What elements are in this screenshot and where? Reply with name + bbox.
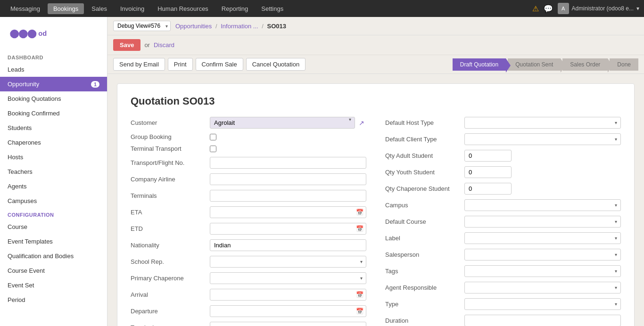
qty-chaperone-student-label: Qty Chaperone Student	[385, 185, 461, 192]
duration-label: Duration	[385, 317, 461, 324]
default-host-type-row: Default Host Type ▾	[385, 117, 621, 129]
sidebar-item-event-set[interactable]: Event Set	[0, 278, 107, 293]
sidebar-item-leads[interactable]: Leads	[0, 62, 107, 77]
agent-responsible-label: Agent Responsible	[385, 284, 461, 291]
transport-flight-input[interactable]	[210, 157, 366, 169]
eta-calendar-icon[interactable]: 📅	[356, 209, 363, 216]
cancel-quotation-button[interactable]: Cancel Quotation	[246, 58, 305, 71]
customer-row: Customer Agrolait ▾ ↗	[131, 117, 366, 129]
terminals2-input[interactable]	[210, 322, 366, 326]
etd-date-wrapper: 📅	[210, 223, 366, 235]
username: Administrator (odoo8 e...	[572, 5, 634, 12]
terminals-input[interactable]	[210, 190, 366, 202]
company-airline-input[interactable]	[210, 173, 366, 185]
status-done[interactable]: Done	[610, 58, 638, 71]
top-navigation: Messaging Bookings Sales Invoicing Human…	[0, 0, 644, 17]
sidebar-item-students[interactable]: Students	[0, 121, 107, 135]
departure-input[interactable]	[210, 305, 366, 317]
status-quotation-sent[interactable]: Quotation Sent	[508, 58, 561, 71]
svg-point-2	[28, 30, 37, 39]
label-select-wrapper: ▾	[464, 232, 621, 244]
sidebar-item-agents[interactable]: Agents	[0, 179, 107, 194]
form-grid: Customer Agrolait ▾ ↗	[131, 117, 621, 326]
nationality-input[interactable]	[210, 239, 366, 251]
departure-date-wrapper: 📅	[210, 305, 366, 317]
sidebar-item-course[interactable]: Course	[0, 220, 107, 234]
primary-chaperone-label: Primary Chaperone	[131, 275, 206, 282]
tags-select[interactable]	[464, 265, 621, 277]
default-client-type-select[interactable]	[464, 133, 621, 145]
eta-input[interactable]	[210, 206, 366, 218]
confirm-sale-button[interactable]: Confirm Sale	[196, 58, 243, 71]
sidebar-item-event-templates[interactable]: Event Templates	[0, 234, 107, 249]
status-draft-quotation[interactable]: Draft Quotation	[453, 58, 506, 71]
etd-label: ETD	[131, 225, 206, 232]
sidebar-item-booking-confirmed[interactable]: Booking Confirmed	[0, 106, 107, 121]
default-host-type-label: Default Host Type	[385, 119, 461, 126]
sidebar-item-period[interactable]: Period	[0, 293, 107, 307]
label-select[interactable]	[464, 232, 621, 244]
customer-label: Customer	[131, 119, 206, 126]
agent-responsible-row: Agent Responsible ▾	[385, 282, 621, 293]
default-course-select[interactable]	[464, 216, 621, 228]
chat-icon[interactable]: 💬	[544, 4, 553, 13]
qty-adult-student-input[interactable]	[464, 150, 512, 162]
campus-select[interactable]	[464, 199, 621, 211]
sales-nav[interactable]: Sales	[86, 3, 113, 14]
human-resources-nav[interactable]: Human Resources	[152, 3, 214, 14]
salesperson-label: Salesperson	[385, 251, 461, 258]
send-email-button[interactable]: Send by Email	[113, 58, 165, 71]
breadcrumb-information[interactable]: Information ...	[221, 23, 258, 30]
sidebar-item-campuses[interactable]: Campuses	[0, 194, 107, 208]
default-host-type-select[interactable]	[464, 117, 621, 129]
qty-youth-student-input[interactable]	[464, 166, 512, 178]
status-sales-order[interactable]: Sales Order	[562, 58, 608, 71]
departure-calendar-icon[interactable]: 📅	[356, 308, 363, 315]
breadcrumb-opportunities[interactable]: Opportunities	[175, 23, 212, 30]
form-left-column: Customer Agrolait ▾ ↗	[131, 117, 366, 326]
default-client-type-select-wrapper: ▾	[464, 133, 621, 145]
customer-select[interactable]: Agrolait	[210, 117, 355, 129]
svg-point-1	[19, 30, 28, 39]
breadcrumb-current: SO013	[267, 23, 286, 30]
agent-responsible-select[interactable]	[464, 282, 621, 293]
sidebar-item-chaperones[interactable]: Chaperones	[0, 135, 107, 150]
sidebar-item-qualification-bodies[interactable]: Qualification and Bodies	[0, 249, 107, 263]
eta-row: ETA 📅	[131, 206, 366, 218]
arrival-input[interactable]	[210, 289, 366, 301]
user-menu[interactable]: A Administrator (odoo8 e... ▾	[558, 3, 639, 14]
qty-adult-student-row: Qty Adult Student	[385, 150, 621, 162]
terminal-transport-checkbox[interactable]	[210, 146, 216, 152]
default-client-type-row: Default Client Type ▾	[385, 133, 621, 145]
arrival-calendar-icon[interactable]: 📅	[356, 291, 363, 298]
bookings-nav[interactable]: Bookings	[48, 3, 84, 14]
settings-nav[interactable]: Settings	[256, 3, 289, 14]
arrival-row: Arrival 📅	[131, 289, 366, 301]
alert-icon[interactable]: ⚠	[532, 4, 539, 13]
sidebar-item-opportunity[interactable]: Opportunity 1	[0, 77, 107, 91]
group-booking-checkbox[interactable]	[210, 134, 216, 140]
reporting-nav[interactable]: Reporting	[216, 3, 254, 14]
primary-chaperone-select[interactable]	[210, 272, 366, 284]
etd-calendar-icon[interactable]: 📅	[356, 225, 363, 232]
messaging-nav[interactable]: Messaging	[5, 3, 46, 14]
duration-input[interactable]	[464, 315, 621, 326]
customer-external-link-button[interactable]: ↗	[357, 118, 366, 128]
sidebar-item-hosts[interactable]: Hosts	[0, 150, 107, 164]
type-select[interactable]	[464, 298, 621, 310]
sidebar-item-teachers[interactable]: Teachers	[0, 164, 107, 179]
default-course-row: Default Course ▾	[385, 216, 621, 228]
sidebar-item-booking-quotations[interactable]: Booking Quotations	[0, 91, 107, 106]
print-button[interactable]: Print	[168, 58, 193, 71]
invoicing-nav[interactable]: Invoicing	[115, 3, 150, 14]
debug-view-select[interactable]: Debug View#576	[113, 21, 171, 31]
discard-button[interactable]: Discard	[154, 41, 174, 49]
etd-input[interactable]	[210, 223, 366, 235]
salesperson-select[interactable]	[464, 249, 621, 261]
qty-chaperone-student-input[interactable]	[464, 183, 512, 195]
debug-select-wrapper: Debug View#576	[113, 21, 171, 31]
save-button[interactable]: Save	[113, 39, 140, 51]
sidebar-item-course-event[interactable]: Course Event	[0, 263, 107, 278]
school-rep-select[interactable]	[210, 256, 366, 268]
duration-row: Duration	[385, 315, 621, 326]
